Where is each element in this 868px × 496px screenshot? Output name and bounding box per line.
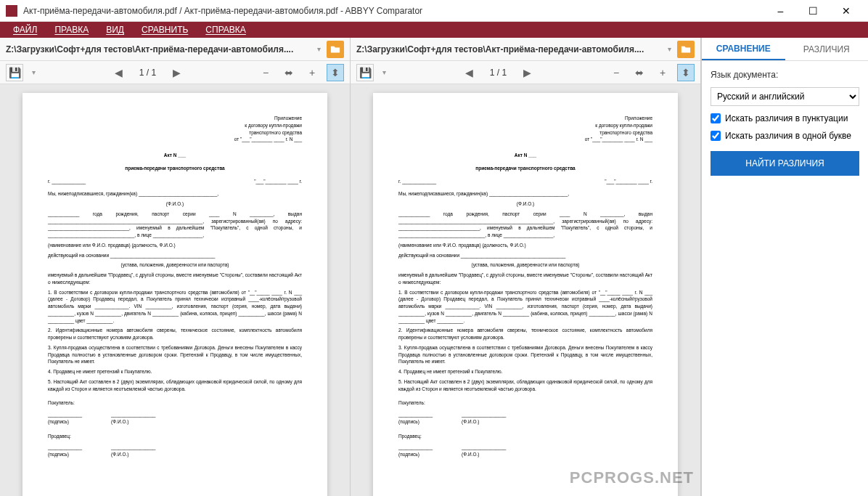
left-save-dropdown[interactable]: ▾ bbox=[29, 67, 38, 78]
doc-p4a: (устава, положения, доверенности или пас… bbox=[48, 261, 302, 269]
right-viewer[interactable]: Приложение к договору купли-продажи тран… bbox=[351, 84, 700, 496]
titlebar: Акт-приёма-передачи-автомобиля.pdf / Акт… bbox=[0, 0, 868, 22]
doc-sig1: (подпись) bbox=[48, 419, 69, 424]
doc-hdr3: транспортного средства bbox=[48, 129, 302, 137]
minimize-button[interactable]: – bbox=[764, 0, 797, 22]
left-document-pane: Z:\Загрузки\Софт+для тестов\Акт-приёма-п… bbox=[0, 38, 351, 496]
right-prev-page-button[interactable]: ◀ bbox=[461, 64, 478, 81]
left-doc-header: Z:\Загрузки\Софт+для тестов\Акт-приёма-п… bbox=[0, 38, 350, 61]
doc-p5: именуемый в дальнейшем "Продавец", с дру… bbox=[48, 272, 302, 286]
oneletter-checkbox-row[interactable]: Искать различия в одной букве bbox=[711, 131, 859, 141]
right-next-page-button[interactable]: ▶ bbox=[518, 64, 536, 81]
doc-p8: 3. Купля-продажа осуществлена в соответс… bbox=[48, 344, 302, 365]
find-differences-button[interactable]: НАЙТИ РАЗЛИЧИЯ bbox=[711, 151, 859, 176]
left-doc-dropdown[interactable]: ▾ bbox=[314, 44, 324, 54]
sidebar: СРАВНЕНИЕ РАЗЛИЧИЯ Язык документа: Русск… bbox=[701, 38, 868, 496]
right-doc-dropdown[interactable]: ▾ bbox=[665, 44, 674, 54]
left-zoom-out-button[interactable]: − bbox=[257, 64, 274, 81]
punctuation-checkbox[interactable] bbox=[711, 113, 721, 123]
right-fit-width-button[interactable]: ⬌ bbox=[631, 64, 648, 81]
left-prev-page-button[interactable]: ◀ bbox=[110, 64, 128, 81]
folder-icon bbox=[681, 44, 691, 54]
maximize-button[interactable]: ☐ bbox=[797, 0, 830, 22]
menu-help[interactable]: СПРАВКА bbox=[198, 22, 253, 38]
app-icon bbox=[6, 5, 17, 17]
oneletter-checkbox[interactable] bbox=[711, 131, 721, 141]
language-select[interactable]: Русский и английский bbox=[711, 87, 859, 106]
right-open-folder-button[interactable] bbox=[677, 41, 695, 58]
menu-compare[interactable]: СРАВНИТЬ bbox=[134, 22, 195, 38]
right-page: Приложение к договору купли-продажи тран… bbox=[373, 93, 678, 496]
doc-buyer: Покупатель: bbox=[48, 399, 302, 407]
window-title: Акт-приёма-передачи-автомобиля.pdf / Акт… bbox=[23, 6, 764, 16]
right-doc-path: Z:\Загрузки\Софт+для тестов\Акт-приёма-п… bbox=[356, 44, 662, 54]
left-open-folder-button[interactable] bbox=[327, 41, 344, 58]
left-fit-width-button[interactable]: ⬌ bbox=[280, 64, 298, 81]
sidebar-tabs: СРАВНЕНИЕ РАЗЛИЧИЯ bbox=[702, 38, 868, 61]
folder-icon bbox=[330, 44, 340, 54]
window-controls: – ☐ ✕ bbox=[764, 0, 862, 22]
left-next-page-button[interactable]: ▶ bbox=[168, 64, 185, 81]
doc-sig2: (подпись) bbox=[48, 452, 69, 457]
right-zoom-out-button[interactable]: − bbox=[607, 64, 625, 81]
tab-compare[interactable]: СРАВНЕНИЕ bbox=[702, 38, 785, 60]
menu-file[interactable]: ФАЙЛ bbox=[6, 22, 44, 38]
oneletter-label: Искать различия в одной букве bbox=[725, 131, 851, 141]
right-zoom-in-button[interactable]: + bbox=[654, 64, 671, 81]
left-zoom-in-button[interactable]: + bbox=[303, 64, 321, 81]
left-toolbar: 💾 ▾ ◀ 1 / 1 ▶ − ⬌ + ⬍ bbox=[0, 61, 350, 84]
left-save-button[interactable]: 💾 bbox=[6, 64, 23, 81]
menu-view[interactable]: ВИД bbox=[99, 22, 131, 38]
doc-seller: Продавец: bbox=[48, 433, 302, 440]
doc-p9: 4. Продавец не имеет претензий к Покупат… bbox=[48, 368, 302, 375]
doc-p10: 5. Настоящий Акт составлен в 2 (двух) эк… bbox=[48, 378, 302, 393]
left-doc-path: Z:\Загрузки\Софт+для тестов\Акт-приёма-п… bbox=[6, 44, 311, 54]
watermark: PCPROGS.NET bbox=[570, 468, 694, 487]
sidebar-content: Язык документа: Русский и английский Иск… bbox=[702, 61, 868, 184]
doc-p3: (наименование или Ф.И.О. продавца) (долж… bbox=[48, 242, 302, 249]
right-doc-header: Z:\Загрузки\Софт+для тестов\Акт-приёма-п… bbox=[351, 38, 700, 61]
punctuation-checkbox-row[interactable]: Искать различия в пунктуации bbox=[711, 113, 859, 123]
menu-edit[interactable]: ПРАВКА bbox=[47, 22, 96, 38]
content-area: Z:\Загрузки\Софт+для тестов\Акт-приёма-п… bbox=[0, 38, 868, 496]
tab-differences[interactable]: РАЗЛИЧИЯ bbox=[785, 38, 869, 60]
doc-hdr2: к договору купли-продажи bbox=[48, 122, 302, 129]
left-fit-page-button[interactable]: ⬍ bbox=[327, 64, 344, 81]
doc-p2: ____________ года рождения, паспорт сери… bbox=[48, 211, 302, 239]
doc-date: "___"________ ____ г. bbox=[254, 178, 302, 185]
doc-hdr1: Приложение bbox=[48, 115, 302, 122]
doc-fio1: (Ф.И.О.) bbox=[111, 419, 128, 424]
doc-p1: Мы, нижеподписавшиеся, гражданин(ка) ___… bbox=[48, 190, 302, 198]
close-button[interactable]: ✕ bbox=[830, 0, 862, 22]
language-label: Язык документа: bbox=[711, 70, 859, 80]
right-page-indicator: 1 / 1 bbox=[484, 68, 512, 78]
punctuation-label: Искать различия в пунктуации bbox=[725, 113, 848, 123]
right-document-pane: Z:\Загрузки\Софт+для тестов\Акт-приёма-п… bbox=[351, 38, 701, 496]
doc-hdr4: от "___"________ ____ г. N ___ bbox=[48, 136, 302, 143]
left-page-indicator: 1 / 1 bbox=[134, 68, 162, 78]
doc-city: г. _____________ bbox=[48, 178, 86, 185]
doc-fio2: (Ф.И.О.) bbox=[111, 452, 128, 457]
left-page: Приложение к договору купли-продажи тран… bbox=[22, 93, 327, 496]
doc-p6: 1. В соответствии с договором купли-прод… bbox=[48, 289, 302, 325]
doc-p4: действующий на основании _______________… bbox=[48, 252, 302, 259]
right-fit-page-button[interactable]: ⬍ bbox=[677, 64, 695, 81]
doc-title1: Акт N ___ bbox=[48, 152, 302, 159]
doc-p1a: (Ф.И.О.) bbox=[48, 200, 302, 208]
right-toolbar: 💾 ▾ ◀ 1 / 1 ▶ − ⬌ + ⬍ bbox=[351, 61, 700, 84]
doc-p7: 2. Идентификационные номера автомобиля с… bbox=[48, 327, 302, 341]
right-save-dropdown[interactable]: ▾ bbox=[380, 67, 389, 78]
left-viewer[interactable]: Приложение к договору купли-продажи тран… bbox=[0, 84, 350, 496]
right-save-button[interactable]: 💾 bbox=[356, 64, 374, 81]
menubar: ФАЙЛ ПРАВКА ВИД СРАВНИТЬ СПРАВКА bbox=[0, 22, 868, 38]
doc-title2: приема-передачи транспортного средства bbox=[48, 165, 302, 172]
